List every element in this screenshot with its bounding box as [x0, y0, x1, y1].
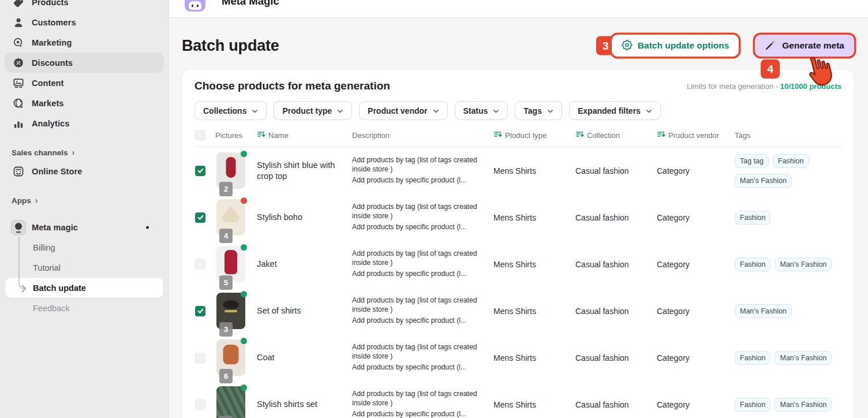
- markets-icon: $: [13, 98, 24, 109]
- row-checkbox[interactable]: [195, 306, 205, 316]
- sidebar-item-tutorial[interactable]: Tutorial: [0, 257, 169, 278]
- sort-icon: [493, 130, 502, 140]
- sidebar-item-feedback[interactable]: Feedback: [0, 298, 169, 318]
- products-card: Choose products for meta generation Limi…: [182, 69, 854, 418]
- sidebar-item-customers[interactable]: Customers: [5, 12, 164, 32]
- product-description: Add products by tag (list of tags create…: [352, 390, 493, 418]
- analytics-icon: [13, 118, 24, 129]
- sales-channels-label: Sales channels: [12, 148, 68, 157]
- product-vendor: Category: [657, 400, 735, 409]
- page-header: Batch update 3 Batch update options Gene…: [169, 32, 868, 59]
- chevron-right-icon: ›: [72, 148, 75, 157]
- content-area: Meta Magic Batch update 3 Batch update o…: [169, 0, 868, 418]
- tag-badge: Fashion: [773, 154, 809, 168]
- filter-expanded-filters[interactable]: Expanded filters: [569, 101, 661, 120]
- chevron-down-icon: [646, 106, 652, 115]
- tag-badge: Man's Fashion: [775, 351, 832, 365]
- product-tags: Man's Fashion: [735, 304, 841, 318]
- row-checkbox[interactable]: [195, 353, 205, 363]
- chevron-down-icon: [337, 106, 343, 115]
- sort-icon: [257, 130, 265, 140]
- product-vendor: Category: [657, 213, 735, 222]
- filter-tags[interactable]: Tags: [515, 101, 562, 120]
- annotation-badge-4: 4: [761, 59, 780, 79]
- topbar: Meta Magic: [169, 0, 868, 18]
- app-submenu: BillingTutorialBatch updateFeedback: [0, 237, 169, 318]
- tag-badge: Man's Fashion: [735, 174, 792, 188]
- chevron-down-icon: [252, 106, 258, 115]
- generate-meta-wrap: Generate meta 4: [755, 35, 854, 57]
- page-title: Batch update: [182, 37, 279, 55]
- product-type: Mens Shirts: [493, 260, 575, 269]
- sidebar-item-analytics[interactable]: Analytics: [5, 113, 164, 133]
- table-row[interactable]: 4 Stylish shirts set Add products by tag…: [194, 381, 841, 418]
- status-dot: [241, 197, 247, 204]
- table-row[interactable]: 3 Set of shirts Add products by tag (lis…: [194, 288, 841, 334]
- filter-product-vendor[interactable]: Product vendor: [359, 101, 447, 120]
- tag-badge: Fashion: [735, 398, 770, 412]
- product-description: Add products by tag (list of tags create…: [352, 296, 493, 326]
- row-checkbox[interactable]: [195, 259, 205, 270]
- sidebar-item-markets[interactable]: $ Markets: [5, 93, 164, 113]
- column-header-product-vendor[interactable]: Product vendor: [657, 130, 735, 140]
- status-dot: [241, 151, 247, 157]
- sidebar-item-discounts[interactable]: Discounts: [5, 53, 164, 73]
- sidebar-item-products[interactable]: Products: [5, 0, 164, 12]
- topbar-app-title: Meta Magic: [222, 0, 279, 8]
- sidebar-item-billing[interactable]: Billing: [0, 237, 169, 257]
- filter-product-type[interactable]: Product type: [274, 101, 352, 120]
- status-dot: [241, 244, 247, 251]
- apps-header[interactable]: Apps ›: [0, 192, 169, 209]
- row-checkbox[interactable]: [195, 400, 205, 410]
- sidebar-item-online-store[interactable]: Online Store: [5, 161, 164, 181]
- product-name: Stylish boho: [257, 212, 352, 223]
- sort-icon: [575, 130, 584, 140]
- column-header-name[interactable]: Name: [257, 130, 352, 140]
- filter-status[interactable]: Status: [455, 101, 508, 120]
- sidebar-item-batch-update[interactable]: Batch update: [5, 278, 163, 298]
- product-name: Stylish shirt blue with crop top: [257, 160, 352, 182]
- product-image: 3: [216, 293, 245, 329]
- tag-badge: Fashion: [735, 211, 770, 225]
- marketing-icon: [13, 37, 24, 48]
- row-checkbox[interactable]: [195, 212, 205, 223]
- product-image: 6: [216, 339, 245, 376]
- chevron-down-icon: [493, 106, 499, 115]
- sidebar-item-meta-magic[interactable]: Meta magic: [5, 217, 164, 237]
- product-type: Mens Shirts: [493, 166, 575, 176]
- sidebar-item-marketing[interactable]: Marketing: [5, 32, 164, 53]
- header-actions: 3 Batch update options Generate meta 4: [612, 35, 854, 57]
- main: Batch update 3 Batch update options Gene…: [169, 32, 868, 418]
- table-row[interactable]: 6 Coat Add products by tag (list of tags…: [194, 334, 841, 381]
- sales-channels-header[interactable]: Sales channels ›: [0, 144, 169, 161]
- row-checkbox[interactable]: [195, 166, 205, 176]
- select-all-checkbox[interactable]: [195, 130, 205, 140]
- product-name: Jaket: [257, 259, 352, 270]
- product-collection: Casual fashion: [575, 213, 657, 222]
- product-name: Coat: [257, 352, 352, 363]
- product-tags: Fashion: [735, 211, 841, 225]
- app-root: Products Customers Marketing Discounts C…: [0, 0, 868, 418]
- product-collection: Casual fashion: [575, 307, 657, 316]
- product-tags: Tag tagFashionMan's Fashion: [735, 154, 841, 188]
- tag-badge: Tag tag: [735, 154, 769, 168]
- status-dot: [241, 385, 247, 391]
- table-row[interactable]: 4 Stylish boho Add products by tag (list…: [194, 194, 841, 241]
- product-description: Add products by tag (list of tags create…: [352, 156, 493, 185]
- product-image: 4: [216, 199, 245, 236]
- chevron-down-icon: [433, 106, 439, 115]
- generate-meta-button[interactable]: Generate meta: [755, 35, 854, 57]
- meta-magic-app-icon: [11, 220, 26, 235]
- batch-update-options-wrap: 3 Batch update options: [612, 35, 739, 57]
- column-header-collection[interactable]: Collection: [575, 130, 657, 140]
- table-row[interactable]: 5 Jaket Add products by tag (list of tag…: [194, 241, 841, 288]
- tag-badge: Fashion: [735, 257, 770, 271]
- sidebar-item-content[interactable]: Content: [5, 73, 164, 93]
- product-type: Mens Shirts: [493, 307, 575, 316]
- card-title: Choose products for meta generation: [194, 80, 390, 92]
- filter-collections[interactable]: Collections: [194, 101, 267, 120]
- batch-update-options-button[interactable]: Batch update options: [612, 35, 739, 57]
- image-count-badge: 5: [219, 275, 233, 290]
- column-header-ptoduct-type[interactable]: Ptoduct type: [493, 130, 575, 140]
- table-row[interactable]: 2 Stylish shirt blue with crop top Add p…: [194, 147, 841, 194]
